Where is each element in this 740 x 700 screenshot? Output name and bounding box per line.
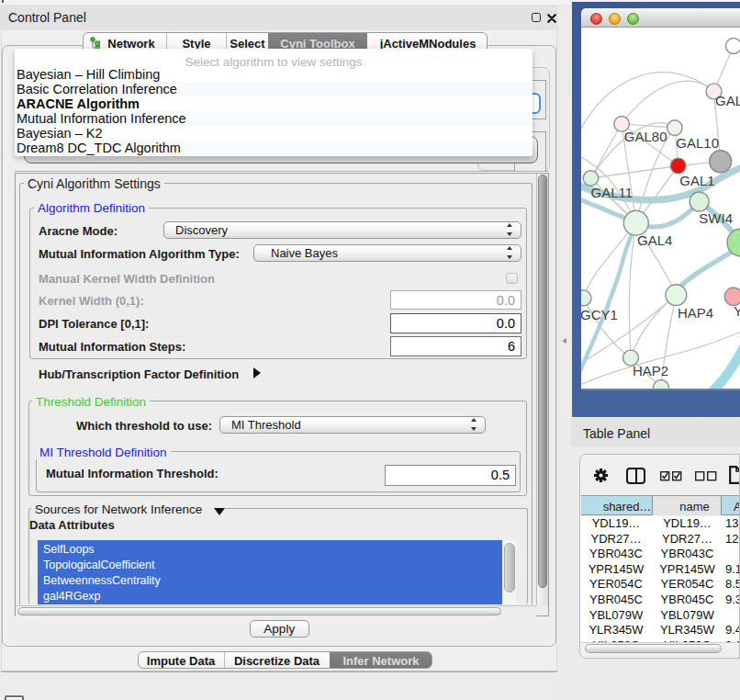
svg-text:GAL80: GAL80 [624, 129, 667, 144]
svg-text:GAL10: GAL10 [676, 135, 719, 151]
svg-text:HAP4: HAP4 [678, 305, 713, 321]
svg-text:SWI4: SWI4 [699, 210, 733, 226]
svg-text:GCY1: GCY1 [581, 307, 618, 322]
svg-text:YB: YB [734, 303, 740, 319]
svg-text:GAL4: GAL4 [637, 232, 672, 248]
svg-text:HAP2: HAP2 [633, 363, 668, 378]
svg-text:GAL11: GAL11 [591, 185, 633, 200]
svg-text:GAL1: GAL1 [679, 173, 714, 188]
svg-text:GAL7: GAL7 [715, 93, 740, 108]
